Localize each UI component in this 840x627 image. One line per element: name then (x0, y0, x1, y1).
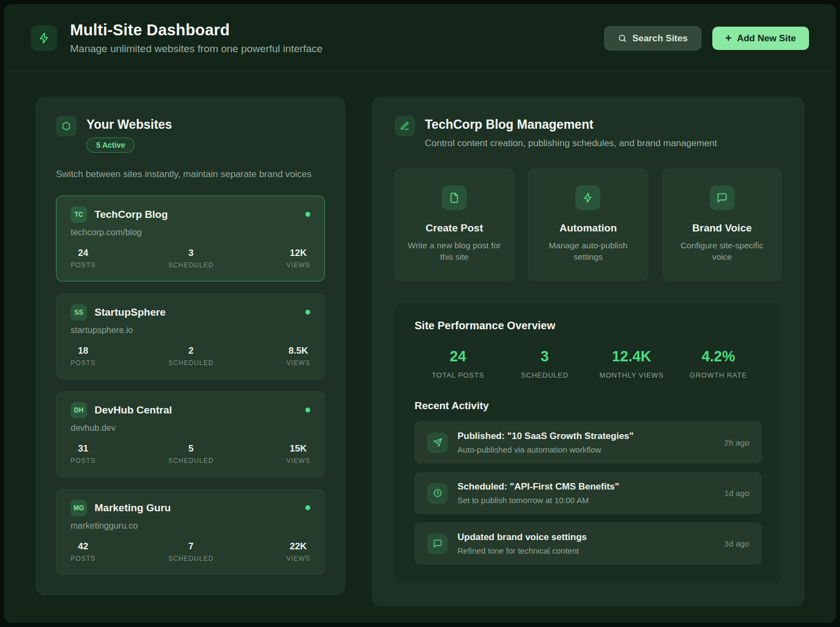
stat-value: 4.2% (675, 348, 762, 365)
main-content: Your Websites 5 Active Switch between si… (5, 72, 835, 606)
send-icon (427, 432, 448, 453)
site-card-techcorp-blog[interactable]: TC TechCorp Blog techcorp.com/blog 24POS… (56, 196, 325, 281)
posts-value: 31 (71, 443, 96, 454)
action-description: Write a new blog post for this site (407, 240, 502, 263)
scheduled-label: SCHEDULED (168, 457, 214, 465)
status-dot-icon (305, 310, 310, 315)
page-title: Multi-Site Dashboard (70, 21, 604, 39)
sites-panel-title: Your Websites (86, 116, 172, 132)
site-card-devhub-central[interactable]: DH DevHub Central devhub.dev 31POSTS 5SC… (56, 391, 325, 477)
brand-voice-card[interactable]: Brand Voice Configure site-specific voic… (662, 168, 782, 281)
pen-icon (394, 116, 415, 136)
header: Multi-Site Dashboard Manage unlimited we… (5, 5, 835, 72)
scheduled-value: 2 (168, 346, 214, 356)
views-value: 22K (286, 541, 310, 552)
search-sites-label: Search Sites (632, 34, 688, 43)
activity-list: Published: "10 SaaS Growth Strategies" A… (415, 422, 762, 565)
posts-label: POSTS (71, 555, 96, 562)
posts-label: POSTS (71, 457, 96, 465)
action-title: Automation (541, 222, 635, 234)
stat-label: TOTAL POSTS (415, 371, 502, 379)
scheduled-stat: 3 SCHEDULED (502, 348, 588, 379)
activity-timestamp: 3d ago (724, 539, 749, 548)
site-avatar: MG (71, 500, 87, 516)
add-new-site-button[interactable]: + Add New Site (712, 27, 809, 50)
site-name: DevHub Central (95, 404, 172, 416)
site-management-panel: TechCorp Blog Management Control content… (372, 97, 804, 606)
posts-value: 18 (71, 346, 96, 356)
views-value: 15K (286, 443, 310, 454)
site-name: Marketing Guru (95, 502, 171, 514)
dashboard-window: Multi-Site Dashboard Manage unlimited we… (4, 4, 836, 623)
scheduled-value: 5 (168, 443, 214, 454)
performance-stats: 24 TOTAL POSTS 3 SCHEDULED 12.4K MONTHLY… (415, 348, 762, 379)
automation-card[interactable]: Automation Manage auto-publish settings (528, 168, 648, 281)
your-websites-panel: Your Websites 5 Active Switch between si… (36, 97, 345, 595)
scheduled-value: 7 (168, 541, 214, 552)
site-name: TechCorp Blog (95, 209, 168, 221)
stat-label: GROWTH RATE (675, 371, 762, 379)
posts-label: POSTS (71, 261, 96, 269)
posts-value: 24 (71, 248, 96, 259)
management-panel-subtitle: Control content creation, publishing sch… (425, 137, 717, 150)
posts-value: 42 (71, 541, 96, 552)
site-url: devhub.dev (71, 423, 310, 433)
posts-label: POSTS (71, 359, 96, 367)
site-avatar: DH (71, 402, 87, 418)
views-value: 12K (286, 248, 310, 259)
quick-actions: Create Post Write a new blog post for th… (394, 168, 782, 281)
recent-activity-title: Recent Activity (415, 400, 762, 412)
performance-title: Site Performance Overview (415, 319, 762, 332)
stat-label: SCHEDULED (502, 371, 588, 379)
total-posts-stat: 24 TOTAL POSTS (415, 348, 502, 379)
activity-subtitle: Refined tone for technical content (457, 546, 714, 555)
chat-icon (710, 185, 735, 210)
activity-item-scheduled: Scheduled: "API-First CMS Benefits" Set … (415, 472, 762, 514)
activity-title-text: Updated brand voice settings (457, 532, 714, 543)
search-icon (618, 34, 627, 43)
action-title: Create Post (407, 222, 502, 234)
scheduled-value: 3 (168, 248, 214, 259)
status-dot-icon (305, 407, 310, 412)
activity-timestamp: 2h ago (724, 438, 749, 447)
site-card-startupsphere[interactable]: SS StartupSphere startupsphere.io 18POST… (56, 293, 325, 379)
stat-value: 12.4K (588, 348, 675, 365)
scheduled-label: SCHEDULED (168, 555, 214, 562)
action-description: Configure site-specific voice (675, 240, 769, 263)
monthly-views-stat: 12.4K MONTHLY VIEWS (588, 348, 675, 379)
active-sites-badge: 5 Active (86, 137, 135, 153)
activity-subtitle: Auto-published via automation workflow (457, 445, 714, 454)
site-avatar: SS (71, 304, 87, 321)
activity-item-published: Published: "10 SaaS Growth Strategies" A… (415, 422, 762, 463)
growth-rate-stat: 4.2% GROWTH RATE (675, 348, 762, 379)
activity-timestamp: 1d ago (724, 488, 749, 498)
site-card-marketing-guru[interactable]: MG Marketing Guru marketingguru.co 42POS… (56, 489, 325, 575)
document-icon (442, 185, 467, 210)
sites-panel-description: Switch between sites instantly, maintain… (56, 168, 325, 181)
scheduled-label: SCHEDULED (168, 261, 214, 269)
stat-value: 24 (415, 348, 502, 365)
views-value: 8.5K (286, 346, 310, 356)
status-dot-icon (305, 212, 310, 217)
views-label: VIEWS (286, 555, 310, 562)
site-url: marketingguru.co (71, 521, 310, 531)
action-description: Manage auto-publish settings (541, 240, 635, 263)
hexagon-icon (56, 116, 77, 136)
activity-title-text: Published: "10 SaaS Growth Strategies" (457, 431, 714, 442)
clock-icon (427, 483, 448, 504)
site-url: techcorp.com/blog (71, 228, 310, 237)
action-title: Brand Voice (675, 222, 769, 234)
create-post-card[interactable]: Create Post Write a new blog post for th… (394, 168, 514, 281)
views-label: VIEWS (286, 359, 310, 367)
stat-label: MONTHLY VIEWS (588, 371, 675, 379)
views-label: VIEWS (286, 261, 310, 269)
status-dot-icon (305, 505, 310, 510)
management-panel-title: TechCorp Blog Management (425, 116, 717, 132)
search-sites-button[interactable]: Search Sites (604, 26, 701, 51)
add-new-site-label: Add New Site (737, 34, 796, 43)
page-subtitle: Manage unlimited websites from one power… (70, 43, 604, 55)
site-url: startupsphere.io (71, 325, 310, 335)
scheduled-label: SCHEDULED (168, 359, 214, 367)
activity-subtitle: Set to publish tomorrow at 10:00 AM (457, 496, 714, 505)
lightning-icon (575, 185, 600, 210)
